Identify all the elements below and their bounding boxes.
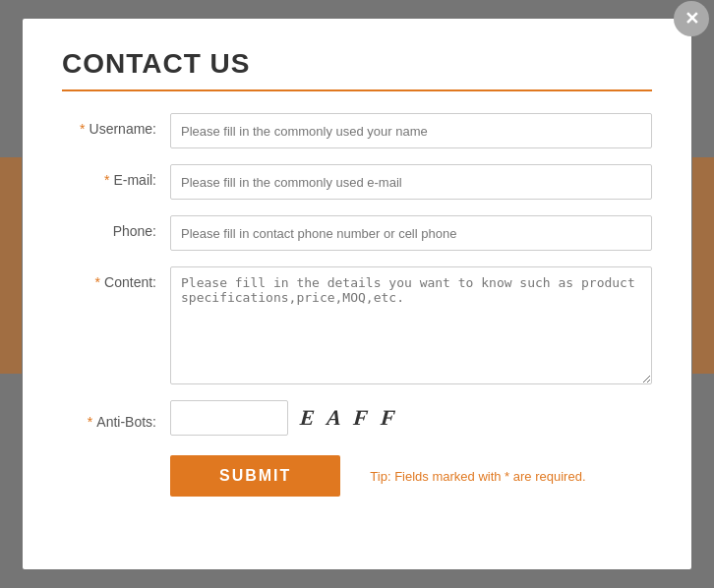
username-required-star: * <box>80 121 85 137</box>
contact-modal: ✕ CONTACT US *Username: *E-mail: Phone: … <box>23 19 691 569</box>
submit-row: SUBMIT Tip: Fields marked with * are req… <box>170 455 652 497</box>
content-required-star: * <box>95 274 100 290</box>
submit-button[interactable]: SUBMIT <box>170 455 340 497</box>
username-input[interactable] <box>170 113 652 148</box>
modal-title: CONTACT US <box>62 48 652 91</box>
content-row: *Content: <box>62 266 652 384</box>
antibots-label: *Anti-Bots: <box>62 406 170 430</box>
phone-row: Phone: <box>62 215 652 251</box>
captcha-display: E A F F <box>299 405 400 431</box>
close-button[interactable]: ✕ <box>674 1 709 36</box>
username-label: *Username: <box>62 113 170 137</box>
email-required-star: * <box>104 172 109 188</box>
phone-label: Phone: <box>62 215 170 239</box>
tip-text: Tip: Fields marked with * are required. <box>370 469 585 484</box>
email-label: *E-mail: <box>62 164 170 188</box>
phone-input[interactable] <box>170 215 652 251</box>
antibots-required-star: * <box>88 414 92 430</box>
content-label: *Content: <box>62 266 170 290</box>
email-row: *E-mail: <box>62 164 652 200</box>
antibots-input[interactable] <box>170 400 288 436</box>
email-input[interactable] <box>170 164 652 200</box>
username-row: *Username: <box>62 113 652 148</box>
content-textarea[interactable] <box>170 266 652 384</box>
antibots-row: *Anti-Bots: E A F F <box>62 400 652 436</box>
